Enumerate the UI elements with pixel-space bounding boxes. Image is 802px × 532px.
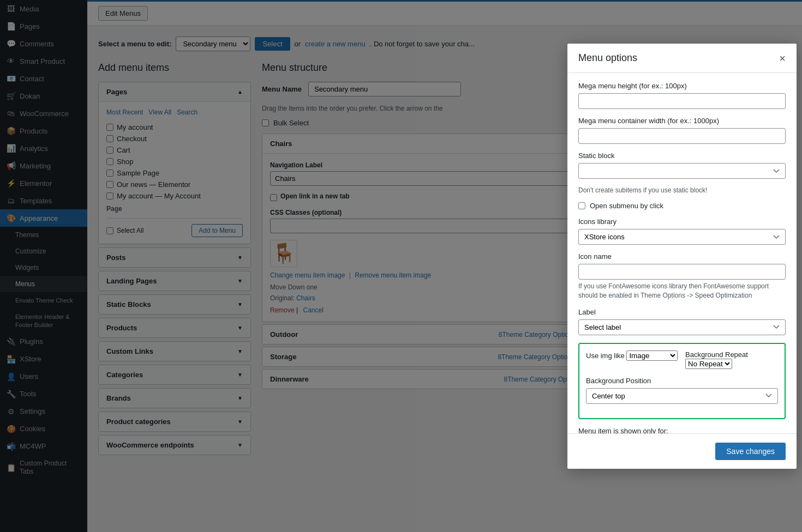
icons-library-select[interactable]: XStore icons FontAwesome [578,229,786,245]
static-block-warning: Don't create subitems if you use static … [578,186,786,194]
mega-width-input[interactable] [578,128,786,144]
label-field-label: Label [578,308,786,316]
bg-repeat-label: Background Repeat [685,350,748,359]
modal-title: Menu options [578,52,637,64]
menu-options-modal: Menu options × Mega menu height (for ex.… [567,44,797,469]
open-submenu-checkbox[interactable] [578,202,585,209]
modal-footer: Save changes [567,433,797,469]
highlighted-section: Use img like Image Background None Backg… [578,343,786,419]
modal-field-icon-name: Icon name If you use FontAwesome icons l… [578,252,786,300]
icon-name-label: Icon name [578,252,786,261]
use-img-like-label: Use img like [586,352,625,360]
label-select[interactable]: Select label New Hot Sale [578,319,786,335]
modal-field-icons-library: Icons library XStore icons FontAwesome [578,217,786,245]
modal-field-static-block: Static block [578,152,786,179]
icon-name-input[interactable] [578,264,786,280]
static-block-select[interactable] [578,163,786,179]
mega-width-label: Mega menu container width (for ex.: 1000… [578,117,786,125]
use-img-like-select[interactable]: Image Background None [626,350,678,361]
bg-repeat-field: Background Repeat No Repeat Repeat Repea… [685,350,778,369]
modal-field-mega-height: Mega menu height (for ex.: 100px) [578,82,786,109]
mega-height-label: Mega menu height (for ex.: 100px) [578,82,786,90]
modal-body: Mega menu height (for ex.: 100px) Mega m… [567,73,797,469]
bg-position-field: Background Position Center top Center ce… [586,377,778,404]
bg-repeat-select[interactable]: No Repeat Repeat Repeat X Repeat Y [685,359,732,369]
static-block-label: Static block [578,152,786,160]
icons-library-label: Icons library [578,217,786,226]
modal-field-mega-width: Mega menu container width (for ex.: 1000… [578,117,786,144]
save-changes-button[interactable]: Save changes [715,443,786,460]
modal-header: Menu options × [567,44,797,73]
use-img-like-field: Use img like Image Background None [586,350,679,369]
open-submenu-field: Open submenu by click [578,202,786,210]
bg-position-select[interactable]: Center top Center center Center bottom L… [586,388,778,404]
modal-close-button[interactable]: × [779,53,786,64]
open-submenu-label: Open submenu by click [590,202,663,210]
bg-position-label: Background Position [586,377,778,385]
img-repeat-row: Use img like Image Background None Backg… [586,350,778,369]
modal-field-label: Label Select label New Hot Sale [578,308,786,335]
modal-overlay: Menu options × Mega menu height (for ex.… [0,0,802,532]
mega-height-input[interactable] [578,93,786,109]
icon-note-text: If you use FontAwesome icons library the… [578,282,786,300]
